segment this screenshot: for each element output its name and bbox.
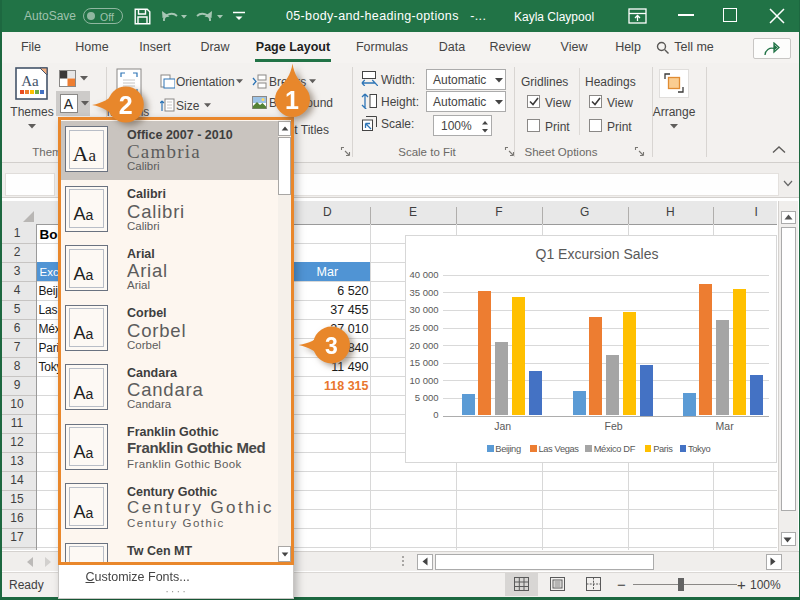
svg-text:3: 3	[325, 333, 338, 359]
svg-text:2: 2	[119, 91, 133, 119]
svg-text:Aa: Aa	[21, 73, 39, 89]
svg-text:1: 1	[285, 86, 299, 114]
